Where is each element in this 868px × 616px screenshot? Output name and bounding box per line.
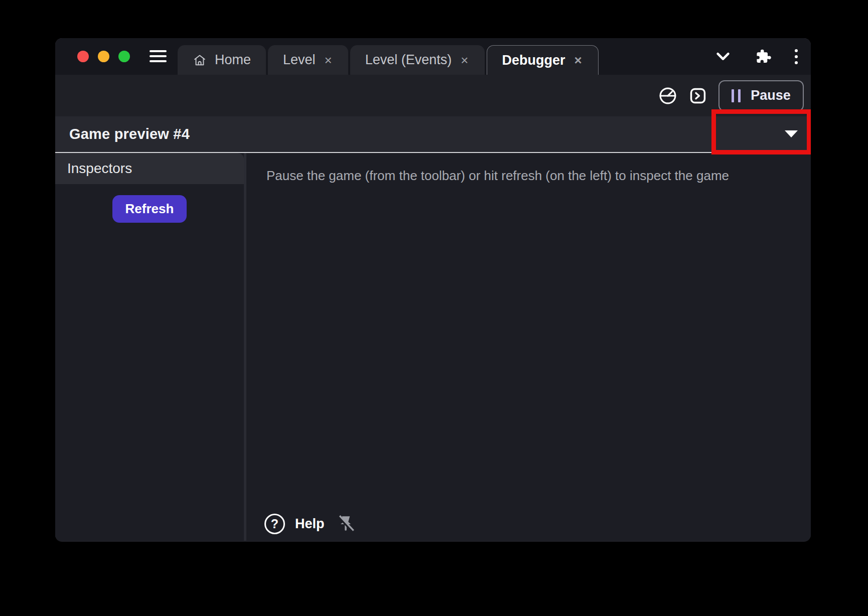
tab-debugger[interactable]: Debugger × xyxy=(487,45,599,75)
home-icon xyxy=(193,53,207,67)
app-window: Home Level × Level (Events) × Debugger × xyxy=(55,38,811,542)
tabbar-right-actions xyxy=(715,38,811,75)
main-menu-icon[interactable] xyxy=(150,49,167,64)
pause-hint-message: Pause the game (from the toolbar) or hit… xyxy=(266,168,791,184)
profiler-gauge-icon[interactable] xyxy=(658,86,677,105)
kebab-menu-icon[interactable] xyxy=(795,49,798,64)
game-preview-title: Game preview #4 xyxy=(69,126,190,142)
window-controls xyxy=(77,38,130,75)
game-preview-header[interactable]: Game preview #4 xyxy=(55,116,811,153)
debugger-content: Inspectors Refresh Pause the game (from … xyxy=(55,153,811,541)
close-window-button[interactable] xyxy=(77,51,89,62)
zoom-window-button[interactable] xyxy=(118,51,130,62)
close-tab-icon[interactable]: × xyxy=(573,54,583,67)
pause-icon xyxy=(732,89,741,102)
tab-label: Level (Events) xyxy=(365,52,452,68)
dropdown-arrow-icon[interactable] xyxy=(785,130,798,137)
close-tab-icon[interactable]: × xyxy=(324,54,333,67)
close-tab-icon[interactable]: × xyxy=(460,54,469,67)
pause-button-label: Pause xyxy=(751,88,791,103)
inspectors-header: Inspectors xyxy=(55,153,244,184)
tab-label: Level xyxy=(283,52,316,68)
tab-label: Debugger xyxy=(502,53,565,68)
help-label[interactable]: Help xyxy=(295,516,325,532)
chevron-down-icon[interactable] xyxy=(715,51,731,63)
inspector-main-area: Pause the game (from the toolbar) or hit… xyxy=(246,153,811,541)
tab-level-events[interactable]: Level (Events) × xyxy=(350,45,485,75)
tab-label: Home xyxy=(215,52,251,68)
inspectors-header-label: Inspectors xyxy=(67,161,132,177)
tab-strip: Home Level × Level (Events) × Debugger × xyxy=(178,38,599,75)
pause-button[interactable]: Pause xyxy=(718,80,804,111)
pin-off-icon[interactable] xyxy=(335,513,357,535)
inspectors-sidebar: Inspectors Refresh xyxy=(55,153,244,541)
console-icon[interactable] xyxy=(688,86,707,105)
puzzle-icon[interactable] xyxy=(754,48,772,66)
tab-home[interactable]: Home xyxy=(178,45,266,75)
minimize-window-button[interactable] xyxy=(98,51,109,62)
refresh-button[interactable]: Refresh xyxy=(112,195,187,223)
help-icon[interactable]: ? xyxy=(264,514,285,534)
tab-bar: Home Level × Level (Events) × Debugger × xyxy=(55,38,811,75)
help-row: ? Help xyxy=(264,513,357,535)
tab-level[interactable]: Level × xyxy=(268,45,348,75)
debugger-toolbar: Pause xyxy=(55,75,811,116)
